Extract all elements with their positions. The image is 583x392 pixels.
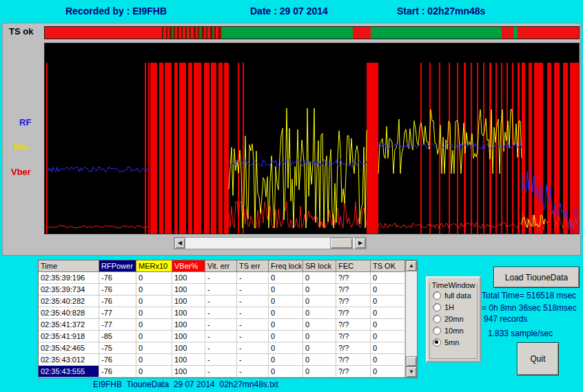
scrollbar-thumb[interactable] <box>406 356 417 367</box>
scroll-right-button[interactable]: ▶ <box>355 238 366 249</box>
table-cell[interactable]: - <box>237 296 269 307</box>
table-cell[interactable]: 0 <box>136 284 172 296</box>
table-cell[interactable]: - <box>205 331 237 342</box>
table-cell[interactable]: -85 <box>99 331 136 342</box>
table-cell[interactable]: 100 <box>172 272 205 284</box>
table-cell[interactable]: 0 <box>269 342 303 354</box>
table-cell[interactable]: ?/? <box>336 319 371 331</box>
quit-button[interactable]: Quit <box>517 342 559 375</box>
table-cell[interactable]: 0 <box>269 284 303 296</box>
table-cell[interactable]: ?/? <box>336 272 371 284</box>
table-cell[interactable]: - <box>205 342 237 354</box>
table-cell[interactable]: - <box>205 319 237 331</box>
table-cell[interactable]: 0 <box>303 319 336 331</box>
table-cell[interactable]: - <box>205 284 237 296</box>
column-header-rfpower[interactable]: RFPower <box>99 260 136 272</box>
table-row[interactable]: 02:35:41:918-850100--00?/?0 <box>39 331 405 342</box>
table-cell[interactable]: 0 <box>371 354 405 366</box>
table-cell[interactable]: 0 <box>303 342 336 354</box>
table-cell[interactable]: - <box>205 296 237 307</box>
table-cell[interactable]: 0 <box>371 319 405 331</box>
table-row[interactable]: 02:35:40:282-760100--00?/?0 <box>39 296 405 307</box>
table-cell[interactable]: 0 <box>269 366 303 378</box>
table-cell[interactable]: 0 <box>136 319 172 331</box>
table-cell[interactable]: 0 <box>136 296 172 307</box>
table-cell[interactable]: ?/? <box>336 354 371 366</box>
table-cell[interactable]: 100 <box>172 354 205 366</box>
table-cell[interactable]: ?/? <box>336 307 371 319</box>
scroll-up-button[interactable]: ▲ <box>406 260 417 271</box>
table-cell[interactable]: -76 <box>99 366 136 378</box>
chart-scrollbar[interactable]: ◀ ▶ <box>174 237 367 249</box>
table-row[interactable]: 02:35:41:372-770100--00?/?0 <box>39 319 405 331</box>
table-row[interactable]: 02:35:42:465-750100--00?/?0 <box>39 342 405 354</box>
table-cell[interactable]: - <box>205 366 237 378</box>
column-header-time[interactable]: Time <box>39 260 99 272</box>
column-header-vber-[interactable]: VBer% <box>172 260 205 272</box>
table-cell[interactable]: - <box>237 354 269 366</box>
timewindow-option-1H[interactable]: 1H <box>433 301 471 313</box>
table-cell[interactable]: 100 <box>172 284 205 296</box>
table-cell[interactable]: 0 <box>136 331 172 342</box>
table-cell[interactable]: - <box>237 366 269 378</box>
table-cell[interactable]: 0 <box>136 366 172 378</box>
column-header-freq-lock[interactable]: Freq lock <box>269 260 303 272</box>
table-cell[interactable]: - <box>237 342 269 354</box>
table-cell[interactable]: -76 <box>99 296 136 307</box>
table-cell[interactable]: - <box>205 307 237 319</box>
load-tiounedata-button[interactable]: Load TiouneData <box>493 267 580 288</box>
table-cell[interactable]: 0 <box>269 331 303 342</box>
table-cell[interactable]: -76 <box>99 354 136 366</box>
table-row[interactable]: 02:35:43:012-760100--00?/?0 <box>39 354 405 366</box>
scroll-left-button[interactable]: ◀ <box>174 238 185 249</box>
timewindow-option-5mn[interactable]: 5mn <box>433 336 471 348</box>
column-header-sr-lock[interactable]: SR lock <box>303 260 336 272</box>
table-cell[interactable]: -75 <box>99 342 136 354</box>
table-cell[interactable]: 0 <box>269 307 303 319</box>
table-cell[interactable]: 0 <box>136 307 172 319</box>
table-cell[interactable]: 0 <box>371 307 405 319</box>
table-cell[interactable]: 0 <box>303 366 336 378</box>
table-cell[interactable]: 0 <box>136 354 172 366</box>
table-cell[interactable]: - <box>205 272 237 284</box>
table-cell[interactable]: - <box>237 307 269 319</box>
scroll-down-button[interactable]: ▼ <box>406 367 417 378</box>
table-cell[interactable]: 0 <box>371 284 405 296</box>
table-cell[interactable]: 0 <box>269 272 303 284</box>
table-cell[interactable]: ?/? <box>336 331 371 342</box>
table-cell[interactable]: 0 <box>269 354 303 366</box>
table-cell[interactable]: 02:35:40:828 <box>39 307 99 319</box>
table-cell[interactable]: 0 <box>303 296 336 307</box>
table-cell[interactable]: 0 <box>303 331 336 342</box>
table-cell[interactable]: 0 <box>303 284 336 296</box>
timewindow-option-10mn[interactable]: 10mn <box>433 324 471 336</box>
column-header-ts-ok[interactable]: TS OK <box>371 260 405 272</box>
table-cell[interactable]: 100 <box>172 366 205 378</box>
table-cell[interactable]: 100 <box>172 296 205 307</box>
table-cell[interactable]: - <box>237 319 269 331</box>
table-cell[interactable]: ?/? <box>336 284 371 296</box>
timewindow-option-full-data[interactable]: full data <box>433 289 471 301</box>
table-cell[interactable]: ?/? <box>336 342 371 354</box>
table-cell[interactable]: -77 <box>99 319 136 331</box>
table-cell[interactable]: 02:35:41:918 <box>39 331 99 342</box>
table-cell[interactable]: 0 <box>303 307 336 319</box>
table-cell[interactable]: 0 <box>371 342 405 354</box>
table-cell[interactable]: -76 <box>99 284 136 296</box>
table-cell[interactable]: 100 <box>172 319 205 331</box>
table-cell[interactable]: 02:35:43:012 <box>39 354 99 366</box>
table-row[interactable]: 02:35:39:734-760100--00?/?0 <box>39 284 405 296</box>
column-header-vit-err[interactable]: Vit. err <box>205 260 237 272</box>
table-cell[interactable]: 100 <box>172 307 205 319</box>
table-row[interactable]: 02:35:43:555-760100--00?/?0 <box>39 366 405 378</box>
column-header-fec[interactable]: FEC <box>336 260 371 272</box>
table-cell[interactable]: 0 <box>371 272 405 284</box>
table-cell[interactable]: 02:35:39:734 <box>39 284 99 296</box>
table-cell[interactable]: ?/? <box>336 296 371 307</box>
table-cell[interactable]: ?/? <box>336 366 371 378</box>
table-cell[interactable]: 02:35:39:196 <box>39 272 99 284</box>
table-row[interactable]: 02:35:40:828-770100--00?/?0 <box>39 307 405 319</box>
table-scrollbar[interactable]: ▲ ▼ <box>405 260 417 378</box>
table-cell[interactable]: - <box>237 284 269 296</box>
table-row[interactable]: 02:35:39:196-760100--00?/?0 <box>39 272 405 284</box>
